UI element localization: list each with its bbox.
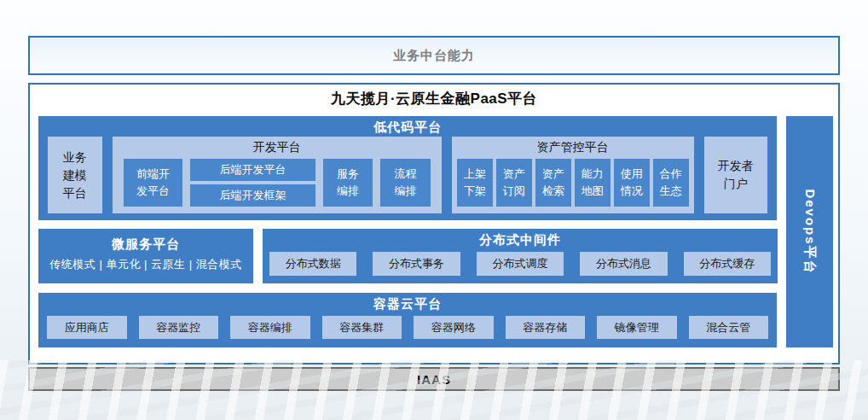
distributed-cache-box: 分布式缓存: [684, 252, 771, 276]
low-code-platform-body: 业务 建模 平台 开发平台 前端开 发平台 后端开发平台 后端开发框架 服务 编…: [38, 137, 777, 213]
service-orchestration-box: 服务 编排: [323, 159, 373, 207]
dev-platform-title: 开发平台: [122, 138, 432, 159]
paas-platform-box: 九天揽月·云原生金融PaaS平台 低代码平台 业务 建模 平台 开发平台 前端开…: [28, 83, 840, 365]
cooperation-ecosystem-box: 合作 生态: [653, 159, 689, 207]
image-management-box: 镜像管理: [597, 316, 677, 339]
dev-platform-row: 前端开 发平台 后端开发平台 后端开发框架 服务 编排 流程 编排: [122, 159, 432, 207]
microservice-modes-label: 传统模式 | 单元化 | 云原生 | 混合模式: [38, 253, 253, 272]
asset-onoff-shelf-box: 上架 下架: [457, 159, 493, 207]
container-storage-box: 容器存储: [506, 316, 586, 339]
distributed-transaction-box: 分布式事务: [373, 252, 460, 276]
backend-dev-platform-box: 后端开发平台: [190, 159, 315, 181]
backend-dev-framework-box: 后端开发框架: [190, 184, 315, 207]
business-middle-platform-label: 业务中台能力: [393, 48, 475, 64]
low-code-platform-title: 低代码平台: [38, 116, 777, 137]
process-orchestration-box: 流程 编排: [380, 159, 430, 207]
container-network-box: 容器网络: [414, 316, 494, 339]
distributed-data-box: 分布式数据: [269, 252, 356, 276]
usage-status-box: 使用 情况: [614, 159, 650, 207]
asset-control-platform-group: 资产管控平台 上架 下架 资产 订阅 资产 检索 能力 地图 使用 情况 合作 …: [452, 137, 694, 213]
section-low-code-platform: 低代码平台 业务 建模 平台 开发平台 前端开 发平台 后端开发平台 后端开发框…: [38, 116, 777, 220]
asset-search-box: 资产 检索: [535, 159, 571, 207]
container-cloud-platform-title: 容器云平台: [38, 293, 777, 313]
section-distributed-middleware: 分布式中间件 分布式数据 分布式事务 分布式调度 分布式消息 分布式缓存: [263, 229, 778, 283]
distributed-middleware-title: 分布式中间件: [263, 229, 778, 249]
section-microservice-platform: 微服务平台 传统模式 | 单元化 | 云原生 | 混合模式: [38, 229, 253, 283]
distributed-middleware-row: 分布式数据 分布式事务 分布式调度 分布式消息 分布式缓存: [263, 249, 778, 276]
container-cluster-box: 容器集群: [322, 316, 402, 339]
hybrid-cloud-management-box: 混合云管: [689, 316, 769, 339]
dev-platform-group: 开发平台 前端开 发平台 后端开发平台 后端开发框架 服务 编排 流程 编排: [113, 137, 442, 213]
platform-title: 九天揽月·云原生金融PaaS平台: [30, 89, 838, 108]
backend-column: 后端开发平台 后端开发框架: [190, 159, 315, 207]
container-cloud-row: 应用商店 容器监控 容器编排 容器集群 容器网络 容器存储 镜像管理 混合云管: [38, 313, 777, 339]
container-orchestration-box: 容器编排: [230, 316, 310, 339]
business-middle-platform-banner: 业务中台能力: [28, 36, 840, 75]
microservice-platform-title: 微服务平台: [38, 229, 253, 253]
container-monitoring-box: 容器监控: [139, 316, 219, 339]
developer-portal-box: 开发者 门户: [704, 137, 767, 213]
iaas-label: IAAS: [417, 372, 451, 387]
app-store-box: 应用商店: [47, 316, 127, 339]
architecture-diagram: 业务中台能力 九天揽月·云原生金融PaaS平台 低代码平台 业务 建模 平台 开…: [0, 0, 868, 420]
devops-platform-label: Devops平台: [801, 189, 818, 274]
frontend-dev-platform-box: 前端开 发平台: [124, 159, 182, 207]
capability-map-box: 能力 地图: [575, 159, 610, 207]
asset-control-platform-row: 上架 下架 资产 订阅 资产 检索 能力 地图 使用 情况 合作 生态: [457, 159, 689, 207]
distributed-message-box: 分布式消息: [580, 252, 667, 276]
iaas-bar: IAAS: [28, 367, 840, 391]
asset-subscription-box: 资产 订阅: [496, 159, 532, 207]
business-modeling-platform-box: 业务 建模 平台: [48, 137, 102, 213]
devops-platform-bar: Devops平台: [786, 116, 833, 347]
distributed-scheduling-box: 分布式调度: [477, 252, 564, 276]
section-container-cloud-platform: 容器云平台 应用商店 容器监控 容器编排 容器集群 容器网络 容器存储 镜像管理…: [38, 293, 777, 347]
asset-control-platform-title: 资产管控平台: [457, 138, 689, 159]
